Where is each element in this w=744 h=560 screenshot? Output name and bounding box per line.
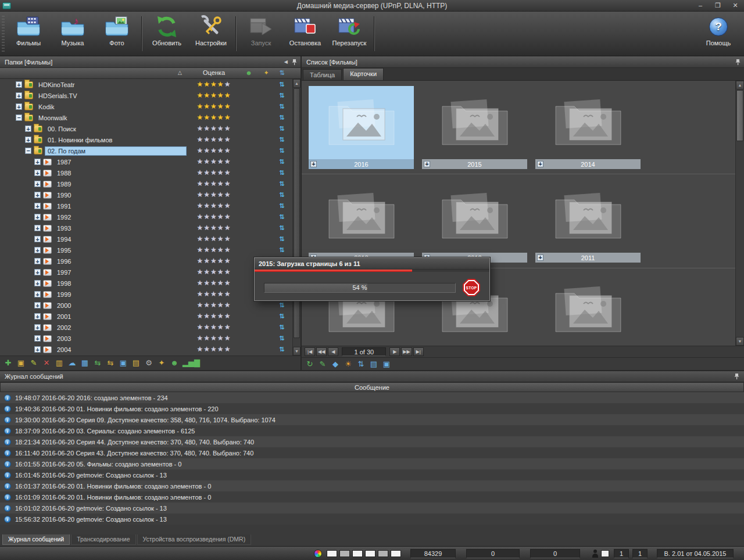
rating-stars[interactable]: ★★★★★ xyxy=(187,156,241,167)
card-item[interactable]: 2015 xyxy=(422,86,527,169)
rating-stars[interactable]: ★★★★★ xyxy=(187,178,241,189)
media-sort-icon[interactable] xyxy=(277,158,287,166)
card-item[interactable]: 2013 xyxy=(309,180,414,263)
rating-stars[interactable]: ★★★★★ xyxy=(187,344,241,355)
media-sort-icon[interactable] xyxy=(277,114,287,121)
rating-stars[interactable]: ★★★★★ xyxy=(187,267,241,278)
media-sort-icon[interactable] xyxy=(277,235,287,243)
media-sort-icon[interactable] xyxy=(277,125,287,132)
media-sort-icon[interactable] xyxy=(277,224,287,232)
tree-item[interactable]: + 1998 ★★★★★ xyxy=(0,278,292,289)
rating-stars[interactable]: ★★★★★ xyxy=(187,245,241,256)
expand-toggle-icon[interactable]: + xyxy=(16,103,22,110)
stop-button[interactable]: STOP xyxy=(463,279,480,296)
rating-stars[interactable]: ★★★★★ xyxy=(187,289,241,300)
first-page-button[interactable]: |◀ xyxy=(305,347,315,356)
log-row[interactable]: 16:01:02 2016-06-20 getmovie: Создано сс… xyxy=(0,502,744,514)
expand-toggle-icon[interactable]: − xyxy=(16,114,22,121)
rating-stars[interactable]: ★★★★★ xyxy=(187,145,241,156)
tree-item[interactable]: + 1989 ★★★★★ xyxy=(0,178,292,189)
rating-stars[interactable]: ★★★★★ xyxy=(187,322,241,333)
card-expand-icon[interactable] xyxy=(537,254,543,261)
rating-stars[interactable]: ★★★★★ xyxy=(187,278,241,289)
expand-toggle-icon[interactable]: + xyxy=(34,313,41,320)
key-icon[interactable]: ✦ xyxy=(157,358,166,368)
media-sort-icon[interactable] xyxy=(277,169,287,177)
card-item[interactable]: 2011 xyxy=(535,180,641,263)
tree-item[interactable]: + HDSerials.TV ★★★★★ xyxy=(0,90,292,101)
expand-toggle-icon[interactable]: + xyxy=(34,181,41,187)
expand-toggle-icon[interactable]: + xyxy=(34,324,41,331)
media-sort-icon[interactable] xyxy=(277,202,287,210)
list-view-icon[interactable]: ▤ xyxy=(369,360,378,369)
toolbar-button-help[interactable]: ? Помощь xyxy=(696,13,741,53)
expand-toggle-icon[interactable]: + xyxy=(34,192,41,198)
card-expand-icon[interactable] xyxy=(537,161,543,167)
log-tab[interactable]: Транскодирование xyxy=(71,534,135,545)
tree-item[interactable]: + 1992 ★★★★★ xyxy=(0,211,292,222)
tree-item[interactable]: − Moonwalk ★★★★★ xyxy=(0,112,292,123)
scroll-up-button[interactable] xyxy=(293,79,301,88)
toolbar-button-music[interactable]: ♪ Музыка xyxy=(51,13,95,53)
rating-stars[interactable]: ★★★★★ xyxy=(187,311,241,322)
toolbar-button-photo[interactable]: Фото xyxy=(95,13,139,53)
rating-stars[interactable]: ★★★★★ xyxy=(187,211,241,222)
add-item-icon[interactable]: ✚ xyxy=(3,358,13,368)
card-item[interactable]: 2012 xyxy=(422,180,527,263)
log-row[interactable]: 16:11:40 2016-06-20 Серия 43. Доступное … xyxy=(0,447,744,458)
expand-toggle-icon[interactable]: + xyxy=(34,236,41,242)
tree-item[interactable]: + 1995 ★★★★★ xyxy=(0,245,292,256)
expand-toggle-icon[interactable]: − xyxy=(25,148,31,154)
user-icon[interactable]: ☻ xyxy=(170,358,179,368)
media-sort-icon[interactable] xyxy=(277,346,287,353)
edit-icon[interactable]: ✎ xyxy=(29,358,38,368)
toolbar-button-stop[interactable]: Остановка xyxy=(283,13,327,53)
sync-icon[interactable]: ⇆ xyxy=(93,358,102,368)
fast-next-button[interactable]: ▶▶ xyxy=(401,347,412,356)
scroll-up-button[interactable] xyxy=(736,81,744,89)
last-page-button[interactable]: ▶| xyxy=(413,347,424,356)
delete-icon[interactable]: ✕ xyxy=(42,358,51,368)
tree-item[interactable]: + HDKinoTeatr ★★★★★ xyxy=(0,79,292,90)
card-item[interactable] xyxy=(535,273,641,346)
media-sort-icon[interactable] xyxy=(277,324,287,331)
pin-icon[interactable] xyxy=(734,373,739,380)
tree-item[interactable]: + 1999 ★★★★★ xyxy=(0,289,292,300)
next-page-button[interactable]: ▶ xyxy=(389,347,400,356)
rating-stars[interactable]: ★★★★★ xyxy=(187,79,241,90)
log-row[interactable]: 18:21:34 2016-06-20 Серия 44. Доступное … xyxy=(0,436,744,447)
expand-toggle-icon[interactable]: + xyxy=(34,302,41,308)
media-sort-icon[interactable] xyxy=(277,136,287,143)
collapse-arrow-icon[interactable] xyxy=(284,59,288,64)
expand-toggle-icon[interactable]: + xyxy=(34,346,41,353)
tree-item[interactable]: + 1987 ★★★★★ xyxy=(0,156,292,167)
media-sort-icon[interactable] xyxy=(277,180,287,188)
rating-stars[interactable]: ★★★★★ xyxy=(187,200,241,211)
media-sort-icon[interactable] xyxy=(277,92,287,99)
log-tab[interactable]: Устройства воспроизведения (DMR) xyxy=(137,534,252,545)
fast-prev-button[interactable]: ◀◀ xyxy=(316,347,327,356)
log-row[interactable]: 15:56:32 2016-06-20 getmovie: Создано сс… xyxy=(0,514,744,525)
toolbar-button-refresh[interactable]: Обновить xyxy=(145,13,189,53)
scroll-down-button[interactable] xyxy=(293,347,301,356)
prev-page-button[interactable]: ◀ xyxy=(328,347,338,356)
expand-toggle-icon[interactable]: + xyxy=(34,247,41,253)
rating-stars[interactable]: ★★★★★ xyxy=(187,167,241,178)
expand-toggle-icon[interactable]: + xyxy=(34,335,41,342)
tree-item[interactable]: + 1997 ★★★★★ xyxy=(0,267,292,278)
cards-scrollbar[interactable] xyxy=(735,81,744,346)
toolbar-button-films[interactable]: Фильмы xyxy=(6,13,51,53)
message-column-header[interactable]: Сообщение xyxy=(0,382,744,392)
rating-stars[interactable]: ★★★★★ xyxy=(187,101,241,112)
rating-stars[interactable]: ★★★★★ xyxy=(187,189,241,200)
table-view-icon[interactable]: ▦ xyxy=(80,358,90,368)
stats-icon[interactable]: ▂▅▇ xyxy=(183,358,200,368)
rating-stars[interactable]: ★★★★★ xyxy=(187,123,241,134)
save-icon[interactable]: ▣ xyxy=(382,360,391,369)
media-sort-icon[interactable] xyxy=(277,313,287,320)
log-row[interactable]: 16:01:09 2016-06-20 01. Новинки фильмов:… xyxy=(0,491,744,502)
scan-folder-icon[interactable]: ▥ xyxy=(55,358,64,368)
tree-column-header[interactable]: Оценка ☻ ✦ ⇅ xyxy=(0,68,301,79)
expand-toggle-icon[interactable]: + xyxy=(34,214,41,220)
tree-item[interactable]: + 2004 ★★★★★ xyxy=(0,344,292,355)
